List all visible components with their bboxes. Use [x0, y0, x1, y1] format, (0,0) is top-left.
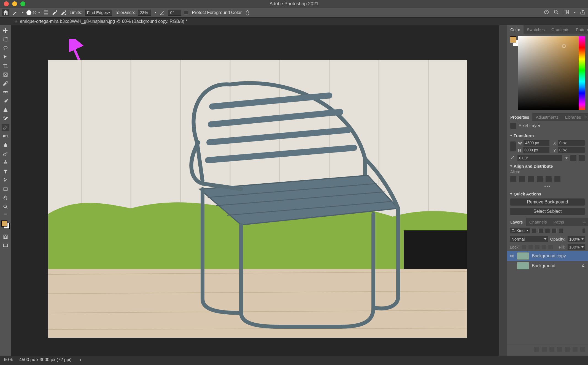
close-tab-icon[interactable]: ×: [15, 19, 17, 24]
lock-image-icon[interactable]: [528, 245, 533, 249]
type-tool[interactable]: [2, 168, 9, 175]
group-icon[interactable]: [565, 347, 570, 352]
blur-tool[interactable]: [2, 141, 9, 149]
brush-tool[interactable]: [2, 97, 9, 105]
foreground-swatch[interactable]: [1, 220, 7, 227]
share-icon[interactable]: [580, 9, 586, 16]
lasso-tool[interactable]: [2, 45, 9, 52]
lock-icon[interactable]: [581, 264, 585, 268]
link-wh-icon[interactable]: [510, 141, 516, 151]
chevron-down-icon[interactable]: [565, 157, 568, 159]
color-fgbg-swatch[interactable]: [510, 36, 518, 110]
fill-input[interactable]: 100%: [568, 244, 585, 250]
hand-tool[interactable]: [2, 194, 9, 201]
visibility-icon[interactable]: [510, 254, 514, 258]
align-vcenter-icon[interactable]: [546, 176, 552, 182]
flip-vertical-icon[interactable]: [579, 155, 585, 161]
marquee-tool[interactable]: [2, 36, 9, 43]
width-input[interactable]: 4500 px: [524, 140, 549, 146]
height-input[interactable]: 3000 px: [523, 147, 549, 153]
angle-input[interactable]: 0.00°: [517, 155, 562, 161]
sampling-eyedropper-plus-icon[interactable]: [61, 10, 67, 16]
tab-layers[interactable]: Layers: [507, 218, 526, 226]
tab-color[interactable]: Color: [507, 25, 524, 34]
x-input[interactable]: 0 px: [558, 140, 585, 146]
align-left-icon[interactable]: [510, 176, 516, 182]
path-select-tool[interactable]: [2, 177, 9, 184]
tool-preset-chevron-icon[interactable]: [21, 12, 24, 13]
opacity-input[interactable]: 100%: [568, 236, 585, 242]
filter-smart-icon[interactable]: [558, 228, 563, 233]
align-bottom-icon[interactable]: [554, 176, 560, 182]
lock-transparent-icon[interactable]: [522, 245, 526, 249]
lock-all-icon[interactable]: [548, 245, 553, 249]
section-align[interactable]: Align and Distribute: [510, 164, 585, 168]
tab-patterns[interactable]: Patterns: [573, 25, 588, 34]
chevron-down-icon[interactable]: [154, 12, 157, 13]
more-tools-icon[interactable]: •••: [4, 213, 7, 216]
align-top-icon[interactable]: [537, 176, 543, 182]
brush-preset[interactable]: 50: [26, 10, 40, 15]
close-window-icon[interactable]: [4, 1, 9, 6]
limits-select[interactable]: Find Edges: [85, 10, 112, 16]
zoom-tool[interactable]: [2, 203, 9, 210]
workspace-switcher-icon[interactable]: [563, 9, 569, 16]
current-tool-icon[interactable]: [12, 10, 18, 16]
healing-tool[interactable]: [2, 89, 9, 96]
layer-thumbnail[interactable]: [517, 252, 529, 260]
remove-background-button[interactable]: Remove Background: [510, 198, 585, 206]
align-hcenter-icon[interactable]: [519, 176, 525, 182]
panel-menu-icon[interactable]: ≡: [583, 219, 588, 225]
minimize-window-icon[interactable]: [12, 1, 17, 6]
filter-pixel-icon[interactable]: [532, 228, 537, 233]
gradient-tool[interactable]: [2, 133, 9, 140]
filter-adjust-icon[interactable]: [538, 228, 543, 233]
quick-mask-icon[interactable]: [2, 233, 9, 240]
crop-tool[interactable]: [2, 62, 9, 69]
cloud-docs-icon[interactable]: [543, 9, 549, 16]
chevron-right-icon[interactable]: ›: [80, 357, 81, 362]
section-quick-actions[interactable]: Quick Actions: [510, 192, 585, 196]
canvas-area[interactable]: [11, 25, 499, 356]
dodge-tool[interactable]: [2, 150, 9, 157]
maximize-window-icon[interactable]: [20, 1, 25, 6]
document-canvas[interactable]: [48, 60, 467, 338]
align-right-icon[interactable]: [528, 176, 534, 182]
shape-tool[interactable]: [2, 186, 9, 193]
link-layers-icon[interactable]: [534, 347, 539, 352]
fx-icon[interactable]: [542, 347, 547, 352]
color-swatches[interactable]: [1, 220, 10, 229]
document-tab[interactable]: × enrique-ortega-mira b3xo3WvH_g8-unspla…: [11, 18, 191, 25]
section-transform[interactable]: Transform: [510, 133, 585, 138]
tab-adjustments[interactable]: Adjustments: [532, 113, 562, 121]
tolerance-input[interactable]: 23%: [138, 10, 151, 16]
visibility-icon[interactable]: [510, 264, 514, 268]
eyedropper-tool[interactable]: [2, 80, 9, 87]
home-button[interactable]: [2, 9, 9, 16]
tab-swatches[interactable]: Swatches: [524, 25, 548, 34]
move-tool[interactable]: [2, 27, 9, 34]
sampling-eyedropper-icon[interactable]: [52, 10, 58, 16]
more-icon[interactable]: •••: [510, 184, 585, 189]
lock-position-icon[interactable]: [535, 245, 540, 249]
screen-mode-icon[interactable]: [2, 242, 9, 249]
document-info[interactable]: 4500 px x 3000 px (72 ppi): [19, 357, 71, 362]
collapsed-panels-strip[interactable]: [499, 25, 507, 356]
foreground-chip[interactable]: [510, 36, 516, 43]
trash-icon[interactable]: [580, 347, 585, 352]
pressure-icon[interactable]: [244, 10, 250, 16]
blend-mode-select[interactable]: Normal: [510, 236, 548, 242]
pen-tool[interactable]: [2, 159, 9, 166]
color-field[interactable]: [518, 36, 579, 110]
lock-artboard-icon[interactable]: [542, 245, 546, 249]
tab-properties[interactable]: Properties: [507, 113, 532, 121]
layer-name[interactable]: Background copy: [532, 254, 566, 258]
tab-paths[interactable]: Paths: [550, 218, 567, 226]
selection-tool[interactable]: [2, 53, 9, 61]
brush-settings-icon[interactable]: [43, 10, 49, 16]
search-icon[interactable]: [553, 9, 559, 16]
layer-name[interactable]: Background: [532, 263, 555, 268]
frame-tool[interactable]: [2, 71, 9, 78]
panel-menu-icon[interactable]: ≡: [584, 114, 588, 120]
eraser-tool[interactable]: [2, 124, 9, 131]
